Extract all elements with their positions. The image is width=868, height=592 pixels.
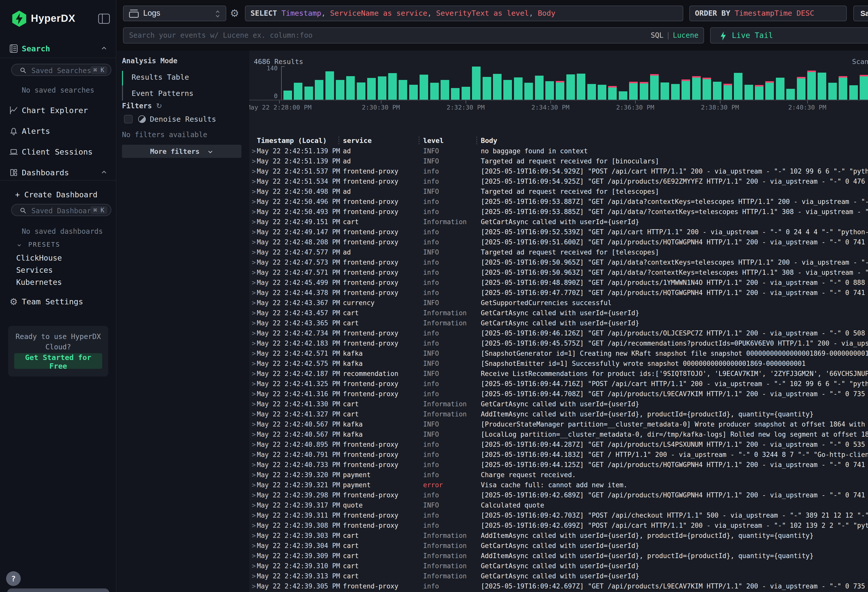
table-row[interactable]: >May 22 2:42:42.571 PMkafkaINFO[Snapshot… xyxy=(249,348,868,359)
search-query-input[interactable]: Search your events w/ Lucene ex. column:… xyxy=(123,27,704,44)
select-query-input[interactable]: SELECT Timestamp, ServiceName as service… xyxy=(245,6,683,21)
col-service[interactable]: service xyxy=(343,137,372,145)
table-row[interactable]: >May 22 2:42:50.496 PMfrontend-proxyinfo… xyxy=(249,197,868,207)
more-filters-button[interactable]: More filters xyxy=(122,145,241,158)
histogram-bar[interactable] xyxy=(608,86,617,100)
histogram-bar[interactable] xyxy=(378,77,387,100)
histogram-bar[interactable] xyxy=(660,83,669,100)
table-row[interactable]: >May 22 2:42:49.147 PMfrontend-proxyinfo… xyxy=(249,227,868,237)
table-row[interactable]: >May 22 2:42:42.734 PMfrontend-proxyinfo… xyxy=(249,328,868,338)
histogram-bar[interactable] xyxy=(399,80,407,100)
save-button[interactable]: Sa xyxy=(853,6,868,21)
histogram-bar[interactable] xyxy=(441,80,449,100)
table-row[interactable]: >May 22 2:42:39.311 PMfrontend-proxyinfo… xyxy=(249,511,868,521)
chevron-up-icon[interactable] xyxy=(101,45,107,52)
presets-toggle[interactable]: PRESETS xyxy=(16,241,60,248)
sidebar-preset-kubernetes[interactable]: Kubernetes xyxy=(16,278,62,286)
histogram-bar[interactable] xyxy=(388,73,397,100)
row-expand-icon[interactable]: > xyxy=(252,370,256,378)
sidebar-item-alerts[interactable]: Alerts xyxy=(0,125,117,137)
row-expand-icon[interactable]: > xyxy=(252,451,256,458)
table-row[interactable]: >May 22 2:42:41.330 PMcartInformationGet… xyxy=(249,399,868,409)
histogram-bar[interactable] xyxy=(629,82,638,100)
column-divider[interactable] xyxy=(338,137,340,144)
table-row[interactable]: >May 22 2:42:47.573 PMfrontend-proxyinfo… xyxy=(249,258,868,268)
row-expand-icon[interactable]: > xyxy=(252,380,256,388)
histogram-bar[interactable] xyxy=(357,83,365,100)
mode-sql-toggle[interactable]: SQL xyxy=(651,31,664,40)
table-row[interactable]: >May 22 2:42:47.577 PMadINFOTargeted ad … xyxy=(249,247,868,258)
table-row[interactable]: >May 22 2:42:49.151 PMcartInformationGet… xyxy=(249,217,868,227)
source-select[interactable]: Logs xyxy=(123,6,226,21)
table-row[interactable]: >May 22 2:42:39.317 PMquoteINFOCalculate… xyxy=(249,500,868,511)
histogram-bar[interactable] xyxy=(734,73,743,100)
histogram-bar[interactable] xyxy=(765,81,774,100)
row-expand-icon[interactable]: > xyxy=(252,471,256,479)
row-expand-icon[interactable]: > xyxy=(252,258,256,266)
histogram-bar[interactable] xyxy=(818,72,826,100)
histogram-bar[interactable] xyxy=(807,71,816,100)
row-expand-icon[interactable]: > xyxy=(252,238,256,246)
table-row[interactable]: >May 22 2:42:43.457 PMcartInformationGet… xyxy=(249,308,868,318)
row-expand-icon[interactable]: > xyxy=(252,350,256,357)
row-expand-icon[interactable]: > xyxy=(252,552,256,560)
row-expand-icon[interactable]: > xyxy=(252,400,256,408)
histogram-bar[interactable] xyxy=(671,84,680,100)
histogram-bar[interactable] xyxy=(462,87,470,100)
histogram-bar[interactable] xyxy=(588,84,596,100)
histogram-bar[interactable] xyxy=(283,90,292,100)
table-row[interactable]: >May 22 2:42:39.310 PMcartInformationGet… xyxy=(249,561,868,571)
get-started-button[interactable]: Get Started for Free xyxy=(14,353,102,369)
row-expand-icon[interactable]: > xyxy=(252,441,256,448)
histogram-bar[interactable] xyxy=(619,92,627,100)
table-row[interactable]: >May 22 2:42:39.321 PMpaymenterrorVisa c… xyxy=(249,480,868,490)
sidebar-item-search[interactable]: Search xyxy=(0,43,117,55)
histogram-bar[interactable] xyxy=(430,83,439,100)
mode-lucene-toggle[interactable]: Lucene xyxy=(673,31,698,40)
row-expand-icon[interactable]: > xyxy=(252,319,256,327)
row-expand-icon[interactable]: > xyxy=(252,289,256,297)
histogram-bar[interactable] xyxy=(419,75,428,100)
sidebar-preset-services[interactable]: Services xyxy=(16,266,53,275)
source-settings-gear-icon[interactable]: ⚙ xyxy=(229,7,240,19)
table-row[interactable]: >May 22 2:42:50.498 PMadINFOTargeted ad … xyxy=(249,187,868,197)
row-expand-icon[interactable]: > xyxy=(252,532,256,539)
histogram-bar[interactable] xyxy=(535,76,543,100)
row-expand-icon[interactable]: > xyxy=(252,421,256,428)
table-row[interactable]: >May 22 2:42:51.139 PMadINFOno baggage f… xyxy=(249,146,868,156)
table-row[interactable]: >May 22 2:42:41.325 PMfrontend-proxyinfo… xyxy=(249,379,868,389)
denoise-checkbox[interactable] xyxy=(124,115,133,124)
col-level[interactable]: level xyxy=(423,137,444,145)
table-row[interactable]: >May 22 2:42:50.493 PMfrontend-proxyinfo… xyxy=(249,207,868,217)
row-expand-icon[interactable]: > xyxy=(252,228,256,236)
histogram-bar[interactable] xyxy=(797,77,806,100)
table-row[interactable]: >May 22 2:42:40.733 PMfrontend-proxyinfo… xyxy=(249,460,868,470)
table-row[interactable]: >May 22 2:42:39.309 PMcartInformationAdd… xyxy=(249,551,868,561)
table-row[interactable]: >May 22 2:42:51.534 PMfrontend-proxyinfo… xyxy=(249,177,868,187)
row-expand-icon[interactable]: > xyxy=(252,360,256,368)
histogram-bar[interactable] xyxy=(315,80,323,100)
table-row[interactable]: >May 22 2:42:42.575 PMkafkaINFO[Snapshot… xyxy=(249,359,868,369)
row-expand-icon[interactable]: > xyxy=(252,299,256,307)
table-row[interactable]: >May 22 2:42:39.320 PMpaymentinfoCharge … xyxy=(249,470,868,480)
histogram-bar[interactable] xyxy=(304,87,313,100)
table-row[interactable]: >May 22 2:42:44.378 PMfrontend-proxyinfo… xyxy=(249,288,868,298)
histogram-bar[interactable] xyxy=(346,76,355,100)
row-expand-icon[interactable]: > xyxy=(252,279,256,286)
row-expand-icon[interactable]: > xyxy=(252,188,256,195)
saved-dashboards-input[interactable]: Saved Dashboards ⌘ K xyxy=(11,204,111,216)
table-row[interactable]: >May 22 2:42:51.537 PMfrontend-proxyinfo… xyxy=(249,167,868,177)
col-body[interactable]: Body xyxy=(481,137,497,145)
row-expand-icon[interactable]: > xyxy=(252,269,256,276)
histogram-bar[interactable] xyxy=(325,71,334,100)
sidebar-item-client-sessions[interactable]: Client Sessions xyxy=(0,146,117,158)
row-expand-icon[interactable]: > xyxy=(252,410,256,418)
sidebar-item-chart-explorer[interactable]: Chart Explorer xyxy=(0,104,117,117)
row-expand-icon[interactable]: > xyxy=(252,167,256,175)
row-expand-icon[interactable]: > xyxy=(252,522,256,529)
mode-results-table[interactable]: Results Table xyxy=(131,73,189,81)
histogram-bar[interactable] xyxy=(723,84,732,100)
histogram-bar[interactable] xyxy=(650,74,659,100)
column-divider[interactable] xyxy=(419,137,419,144)
row-expand-icon[interactable]: > xyxy=(252,218,256,226)
